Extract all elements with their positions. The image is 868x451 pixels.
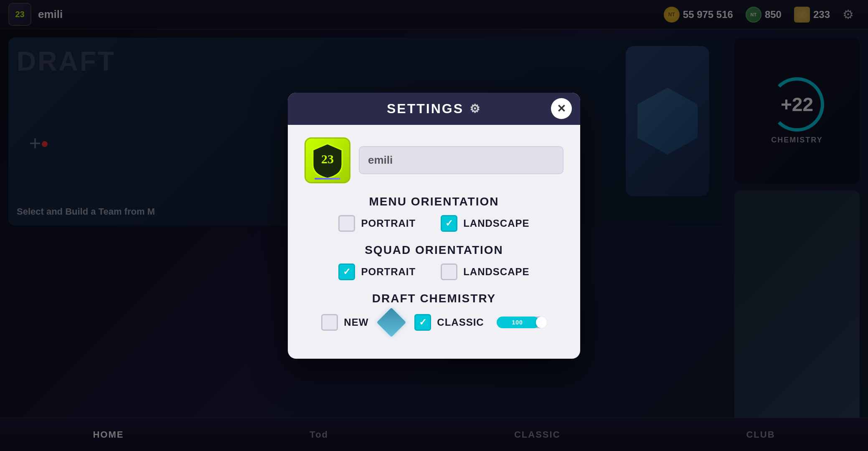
avatar-box[interactable]: 23	[305, 137, 350, 183]
menu-landscape-item: LANDSCAPE	[441, 215, 529, 232]
squad-portrait-checkbox[interactable]	[338, 264, 355, 280]
menu-portrait-label: PORTRAIT	[361, 218, 416, 229]
squad-orientation-title: SQUAD ORIENTATION	[305, 243, 563, 257]
squad-landscape-item: LANDSCAPE	[441, 264, 529, 280]
menu-landscape-label: LANDSCAPE	[463, 218, 529, 229]
slider-track[interactable]: 100	[497, 317, 547, 328]
menu-portrait-item: PORTRAIT	[338, 215, 416, 232]
menu-portrait-checkbox[interactable]	[338, 215, 355, 232]
menu-landscape-checkbox[interactable]	[441, 215, 457, 232]
squad-landscape-label: LANDSCAPE	[463, 266, 529, 278]
menu-orientation-title: MENU ORIENTATION	[305, 195, 563, 208]
title-gear-icon: ⚙	[470, 102, 481, 116]
svg-text:23: 23	[321, 152, 334, 166]
profile-row: 23	[305, 137, 563, 183]
diamond-icon	[377, 307, 406, 337]
menu-orientation-section: MENU ORIENTATION PORTRAIT LANDSCAPE	[305, 195, 563, 232]
settings-modal: SETTINGS ⚙ ✕ 23 MENU ORIENTATION	[288, 93, 580, 359]
draft-new-label: NEW	[344, 317, 368, 328]
modal-overlay: SETTINGS ⚙ ✕ 23 MENU ORIENTATION	[0, 0, 868, 451]
squad-orientation-section: SQUAD ORIENTATION PORTRAIT LANDSCAPE	[305, 243, 563, 280]
menu-orientation-checkboxes: PORTRAIT LANDSCAPE	[305, 215, 563, 232]
draft-new-checkbox[interactable]	[321, 314, 338, 331]
squad-orientation-checkboxes: PORTRAIT LANDSCAPE	[305, 264, 563, 280]
draft-chemistry-section: DRAFT CHEMISTRY NEW CLASSIC 100	[305, 292, 563, 333]
avatar-shield-svg: 23	[311, 142, 344, 179]
modal-title: SETTINGS ⚙	[387, 101, 481, 117]
draft-classic-item: CLASSIC	[414, 314, 484, 331]
squad-portrait-label: PORTRAIT	[361, 266, 416, 278]
draft-classic-label: CLASSIC	[437, 317, 484, 328]
modal-header: SETTINGS ⚙ ✕	[288, 93, 580, 125]
draft-chemistry-title: DRAFT CHEMISTRY	[305, 292, 563, 305]
squad-portrait-item: PORTRAIT	[338, 264, 416, 280]
modal-body: 23 MENU ORIENTATION PORTRAIT	[288, 125, 580, 345]
slider-thumb[interactable]	[536, 317, 547, 328]
username-input[interactable]	[359, 146, 563, 174]
draft-classic-checkbox[interactable]	[414, 314, 431, 331]
squad-landscape-checkbox[interactable]	[441, 264, 457, 280]
draft-new-item: NEW	[321, 314, 368, 331]
close-button[interactable]: ✕	[551, 98, 572, 119]
slider-value-label: 100	[497, 317, 538, 328]
avatar-underline	[315, 178, 340, 180]
draft-chemistry-row: NEW CLASSIC 100	[305, 312, 563, 333]
